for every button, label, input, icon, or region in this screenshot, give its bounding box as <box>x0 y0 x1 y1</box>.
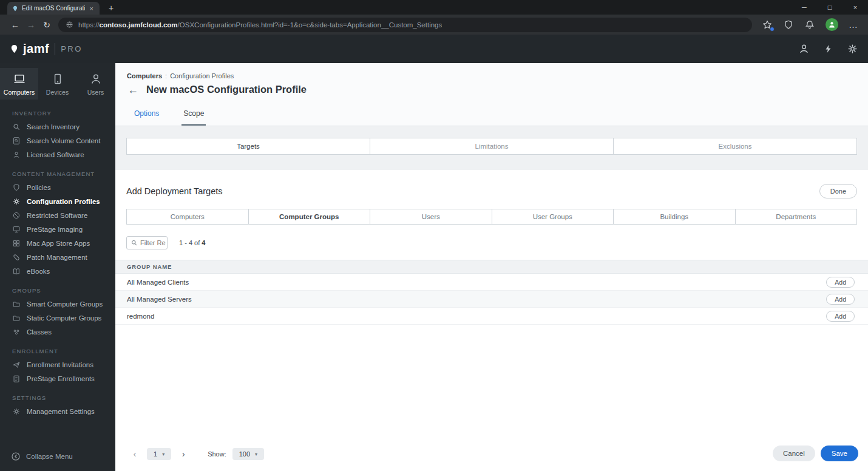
sidebar-item-policies[interactable]: Policies <box>0 180 115 194</box>
sidebar-item-configuration-profiles[interactable]: Configuration Profiles <box>0 194 115 208</box>
maximize-button[interactable]: □ <box>817 0 843 15</box>
cancel-button[interactable]: Cancel <box>773 446 815 461</box>
tab-options[interactable]: Options <box>134 104 159 126</box>
sidebar-item-prestage-enrollments[interactable]: PreStage Enrollments <box>0 371 115 385</box>
new-tab-button[interactable]: + <box>106 3 117 13</box>
target-tab-computer-groups[interactable]: Computer Groups <box>248 209 371 225</box>
target-tab-buildings[interactable]: Buildings <box>613 209 736 225</box>
sidebar-item-search-volume-content[interactable]: Search Volume Content <box>0 134 115 147</box>
scope-band: Targets Limitations Exclusions <box>115 126 868 170</box>
tab-scope[interactable]: Scope <box>183 104 204 126</box>
page-prev-icon[interactable]: ‹ <box>129 447 141 461</box>
pagination: ‹ 1 ▾ › Show: 100 ▾ <box>129 447 264 461</box>
book-icon <box>12 267 21 276</box>
item-label: Search Volume Content <box>27 137 100 144</box>
add-button[interactable]: Add <box>826 311 855 322</box>
panel-title: Add Deployment Targets <box>126 186 223 196</box>
sidebar-item-smart-computer-groups[interactable]: Smart Computer Groups <box>0 297 115 311</box>
done-button[interactable]: Done <box>819 184 857 198</box>
tab-close-icon[interactable]: × <box>89 5 95 12</box>
favorites-star-icon[interactable] <box>762 19 773 30</box>
close-button[interactable]: × <box>843 0 868 15</box>
target-tab-users[interactable]: Users <box>370 209 492 225</box>
breadcrumb-configuration-profiles[interactable]: Configuration Profiles <box>170 72 234 80</box>
sidebar-item-static-computer-groups[interactable]: Static Computer Groups <box>0 311 115 325</box>
section-title-enrollment: ENROLLMENT <box>0 339 115 357</box>
target-tab-departments[interactable]: Departments <box>735 209 858 225</box>
item-label: Licensed Software <box>27 151 84 158</box>
breadcrumb-computers[interactable]: Computers <box>127 72 162 80</box>
item-label: Management Settings <box>27 408 95 415</box>
target-tab-computers[interactable]: Computers <box>126 209 249 225</box>
page-header: Computers:Configuration Profiles ← New m… <box>115 63 868 126</box>
item-label: Static Computer Groups <box>27 314 101 322</box>
sidebar-item-search-inventory[interactable]: Search Inventory <box>0 120 115 134</box>
sidebar-nav-devices[interactable]: Devices <box>38 68 76 100</box>
back-arrow-icon[interactable]: ← <box>127 84 138 95</box>
page-title: New macOS Configuration Profile <box>146 84 307 95</box>
breadcrumb: Computers:Configuration Profiles <box>115 72 868 80</box>
filter-search-icon <box>131 239 138 246</box>
browser-tab[interactable]: Edit macOS Configuration Profile × <box>7 2 100 15</box>
sidebar-item-enrollment-invitations[interactable]: Enrollment Invitations <box>0 357 115 371</box>
browser-essentials-icon[interactable] <box>783 19 794 30</box>
save-button[interactable]: Save <box>821 446 858 461</box>
url-text: https://contoso.jamfcloud.com/OSXConfigu… <box>78 21 442 29</box>
configuration-gear-icon <box>12 197 21 206</box>
back-nav-icon[interactable]: ← <box>7 20 23 30</box>
item-label: Classes <box>27 328 52 336</box>
breadcrumb-separator: : <box>165 72 167 80</box>
screen: Edit macOS Configuration Profile × + ─ □… <box>0 0 868 471</box>
refresh-icon[interactable]: ↻ <box>39 20 55 30</box>
sidebar-item-licensed-software[interactable]: Licensed Software <box>0 147 115 161</box>
logo-divider <box>55 43 55 55</box>
sidebar-item-mac-app-store-apps[interactable]: Mac App Store Apps <box>0 236 115 250</box>
add-button[interactable]: Add <box>826 277 855 288</box>
notifications-icon[interactable] <box>804 19 815 30</box>
sidebar-item-patch-management[interactable]: Patch Management <box>0 250 115 264</box>
page-next-icon[interactable]: › <box>177 447 189 461</box>
minimize-button[interactable]: ─ <box>792 0 817 15</box>
collapse-menu-button[interactable]: Collapse Menu <box>11 452 73 461</box>
add-button[interactable]: Add <box>826 294 855 305</box>
filter-input[interactable] <box>140 239 168 246</box>
item-label: PreStage Imaging <box>27 226 83 233</box>
target-type-tabs: Computers Computer Groups Users User Gro… <box>126 209 857 225</box>
favorites-badge <box>770 27 775 32</box>
target-tab-user-groups[interactable]: User Groups <box>492 209 614 225</box>
page-select[interactable]: 1 ▾ <box>147 448 171 460</box>
panel-header: Add Deployment Targets Done <box>126 184 857 198</box>
caret-down-icon: ▾ <box>255 452 257 457</box>
more-menu-icon[interactable]: … <box>849 19 858 30</box>
scope-tab-exclusions[interactable]: Exclusions <box>613 138 857 155</box>
page-size-value: 100 <box>239 450 250 458</box>
header-icons <box>798 43 858 55</box>
forward-nav-icon[interactable]: → <box>23 20 39 30</box>
browser-titlebar: Edit macOS Configuration Profile × + ─ □… <box>0 0 868 15</box>
sidebar-item-prestage-imaging[interactable]: PreStage Imaging <box>0 222 115 236</box>
tab-favicon <box>12 5 18 12</box>
table-row: All Managed Servers Add <box>115 291 868 308</box>
profile-tabs: Options Scope <box>115 104 868 126</box>
filter-row: 1 - 4 of 4 <box>126 236 857 249</box>
app-grid-icon <box>12 239 21 248</box>
sidebar-item-restricted-software[interactable]: Restricted Software <box>0 208 115 222</box>
sidebar-nav-computers[interactable]: Computers <box>0 68 38 100</box>
sidebar: Computers Devices Users INVENTORY Search… <box>0 63 115 471</box>
sidebar-item-ebooks[interactable]: eBooks <box>0 264 115 278</box>
scope-tab-targets[interactable]: Targets <box>126 138 370 155</box>
activity-lightning-icon[interactable] <box>823 44 833 54</box>
sidebar-item-classes[interactable]: Classes <box>0 325 115 339</box>
section-title-settings: SETTINGS <box>0 385 115 404</box>
main-content: Computers:Configuration Profiles ← New m… <box>115 63 868 471</box>
nav-label: Devices <box>46 89 69 96</box>
sidebar-item-management-settings[interactable]: Management Settings <box>0 404 115 418</box>
sidebar-nav-users[interactable]: Users <box>76 68 115 100</box>
page-size-select[interactable]: 100 ▾ <box>232 448 264 460</box>
address-bar[interactable]: https://contoso.jamfcloud.com/OSXConfigu… <box>58 18 752 32</box>
scope-tab-limitations[interactable]: Limitations <box>370 138 614 155</box>
account-icon[interactable] <box>798 43 810 55</box>
profile-avatar[interactable] <box>826 18 838 31</box>
page-number: 1 <box>154 450 157 458</box>
settings-gear-icon[interactable] <box>847 43 858 55</box>
